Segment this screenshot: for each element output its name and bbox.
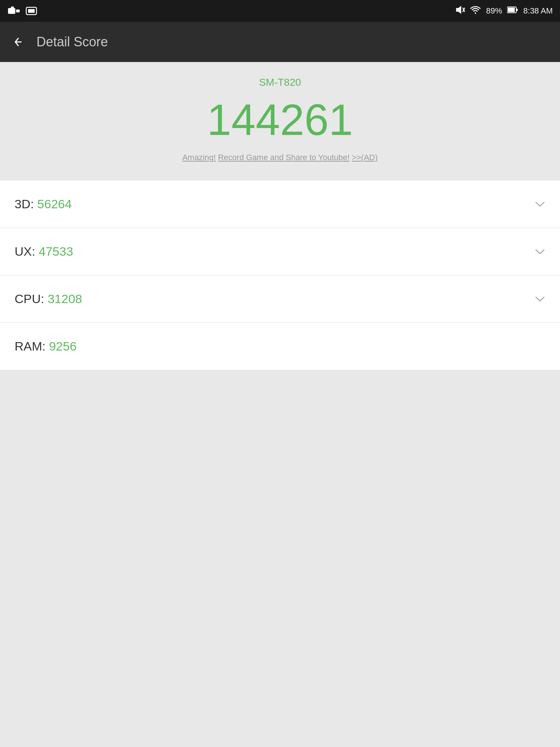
svg-rect-9 xyxy=(516,9,518,11)
back-button[interactable] xyxy=(11,35,26,49)
svg-rect-2 xyxy=(11,7,14,9)
app-icon-1 xyxy=(7,4,20,18)
chevron-down-icon-ux xyxy=(534,245,545,258)
score-label-ux: UX: 47533 xyxy=(15,244,73,259)
score-item-ux[interactable]: UX: 47533 xyxy=(0,228,560,275)
svg-rect-4 xyxy=(28,9,35,13)
chevron-down-icon-cpu xyxy=(534,293,545,305)
score-item-3d[interactable]: 3D: 56264 xyxy=(0,181,560,228)
score-item-cpu[interactable]: CPU: 31208 xyxy=(0,275,560,323)
ad-link[interactable]: Record Game and Share to Youtube! xyxy=(218,153,350,162)
score-value-ram: 9256 xyxy=(49,339,77,353)
score-label-cpu: CPU: 31208 xyxy=(15,292,82,306)
time-display: 8:38 AM xyxy=(523,6,553,16)
bottom-area xyxy=(0,370,560,747)
score-label-3d: 3D: 56264 xyxy=(15,197,72,211)
score-item-ux-right xyxy=(527,245,545,258)
total-score: 144261 xyxy=(7,96,553,144)
svg-rect-0 xyxy=(8,8,15,14)
battery-percentage: 89% xyxy=(486,6,502,16)
score-list: 3D: 56264 UX: 47533 CPU: 31208 xyxy=(0,181,560,370)
svg-rect-1 xyxy=(16,9,20,12)
wifi-icon xyxy=(470,5,481,17)
ad-text-prefix: Amazing! xyxy=(182,153,216,162)
score-value-ux: 47533 xyxy=(39,244,73,258)
score-label-ram: RAM: 9256 xyxy=(15,339,77,353)
score-item-3d-right xyxy=(527,198,545,210)
device-name: SM-T820 xyxy=(7,77,553,88)
svg-rect-10 xyxy=(508,8,515,12)
status-bar-left xyxy=(7,4,38,18)
score-value-3d: 56264 xyxy=(37,197,72,211)
app-bar: Detail Score xyxy=(0,22,560,62)
score-item-ram[interactable]: RAM: 9256 xyxy=(0,323,560,370)
mute-icon xyxy=(455,5,465,17)
svg-marker-5 xyxy=(456,6,461,14)
app-icon-2 xyxy=(25,4,38,18)
score-header: SM-T820 144261 Amazing! Record Game and … xyxy=(0,62,560,181)
chevron-down-icon-3d xyxy=(534,198,545,210)
status-bar-right: 89% 8:38 AM xyxy=(455,5,553,17)
score-value-cpu: 31208 xyxy=(48,292,82,306)
battery-icon xyxy=(507,6,518,16)
score-item-cpu-right xyxy=(527,293,545,305)
ad-banner[interactable]: Amazing! Record Game and Share to Youtub… xyxy=(7,153,553,162)
ad-suffix: >>(AD) xyxy=(352,153,378,162)
app-bar-title: Detail Score xyxy=(36,34,108,50)
status-bar: 89% 8:38 AM xyxy=(0,0,560,22)
